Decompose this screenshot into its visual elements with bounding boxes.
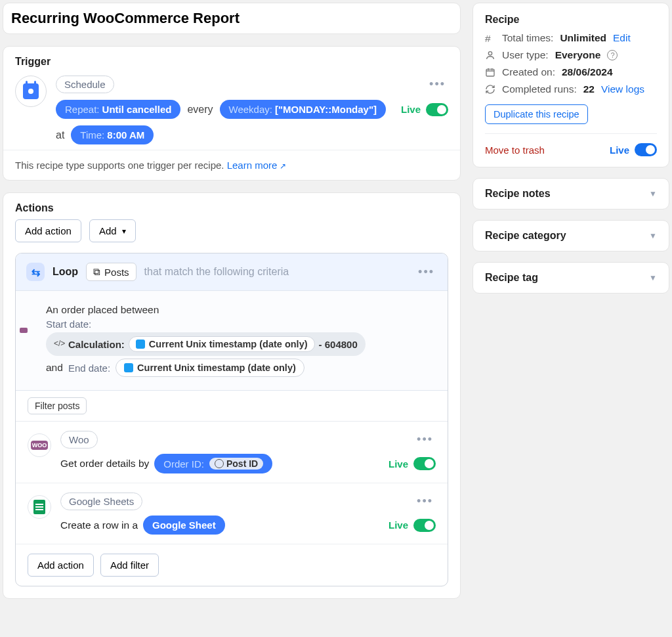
trigger-heading: Trigger xyxy=(3,47,460,73)
loop-header: ⇆ Loop ⧉ Posts that match the following … xyxy=(16,253,448,291)
posts-tag[interactable]: ⧉ Posts xyxy=(86,263,136,281)
woo-live-toggle[interactable] xyxy=(413,457,436,470)
trigger-more-icon[interactable]: ••• xyxy=(427,77,448,91)
loop-more-icon[interactable]: ••• xyxy=(415,265,437,279)
add-filter-button[interactable]: Add filter xyxy=(100,554,159,577)
recipe-sidebar-heading: Recipe xyxy=(485,14,657,26)
trigger-card: Trigger Schedule ••• Repeat: Until cance… xyxy=(3,46,461,181)
refresh-icon xyxy=(485,84,495,95)
copy-icon: ⧉ xyxy=(93,266,100,278)
recipe-meta-card: Recipe # Total times: Unlimited Edit Use… xyxy=(472,3,669,167)
layout: Trigger Schedule ••• Repeat: Until cance… xyxy=(0,0,672,611)
recipe-title-input[interactable] xyxy=(11,10,452,27)
loop-card: ⇆ Loop ⧉ Posts that match the following … xyxy=(15,253,448,586)
woo-tag[interactable]: Woo xyxy=(60,431,98,449)
add-action-button[interactable]: Add action xyxy=(15,219,81,242)
recipe-tag-panel[interactable]: Recipe tag▼ xyxy=(472,262,669,294)
code-icon: </> xyxy=(54,339,64,349)
schedule-icon-wrap xyxy=(15,76,47,107)
chevron-down-icon: ▼ xyxy=(649,231,657,240)
chevron-down-icon: ▼ xyxy=(649,273,657,282)
sheets-action: Google Sheets ••• Create a row in a Goog… xyxy=(16,483,448,544)
recipe-notes-panel[interactable]: Recipe notes▼ xyxy=(472,178,669,209)
title-card xyxy=(3,3,461,34)
created-row: Created on: 28/06/2024 xyxy=(485,66,657,78)
calendar-icon xyxy=(23,83,39,99)
trigger-live-wrap: Live xyxy=(401,103,448,116)
woo-action: WOO Woo ••• Get order details by Order I… xyxy=(16,422,448,483)
main-column: Trigger Schedule ••• Repeat: Until cance… xyxy=(3,3,461,611)
actions-body: Add action Add ⇆ Loop ⧉ Posts that match… xyxy=(3,219,460,598)
filter-posts-button[interactable]: Filter posts xyxy=(28,397,87,414)
token-icon xyxy=(124,363,133,372)
actions-heading: Actions xyxy=(3,193,460,219)
trigger-live-toggle[interactable] xyxy=(426,103,448,116)
move-to-trash-link[interactable]: Move to trash xyxy=(485,144,545,156)
learn-more-link[interactable]: Learn more xyxy=(227,160,286,171)
view-logs-link[interactable]: View logs xyxy=(601,83,644,95)
woo-more-icon[interactable]: ••• xyxy=(414,433,436,447)
woo-badge-icon xyxy=(20,328,28,333)
help-icon[interactable]: ? xyxy=(607,50,618,60)
recipe-meta-footer: Move to trash Live xyxy=(485,133,657,156)
post-id-chip: Post ID xyxy=(209,458,263,470)
sidebar: Recipe # Total times: Unlimited Edit Use… xyxy=(472,3,669,611)
sheets-icon xyxy=(28,495,51,519)
calendar-small-icon xyxy=(485,67,495,77)
loop-icon: ⇆ xyxy=(26,263,45,281)
sheets-tag[interactable]: Google Sheets xyxy=(60,493,142,510)
user-type-row: User type: Everyone ? xyxy=(485,49,657,61)
schedule-tag[interactable]: Schedule xyxy=(56,76,114,93)
trigger-footer: This recipe type supports one trigger pe… xyxy=(3,150,460,180)
add-button[interactable]: Add xyxy=(89,219,136,242)
add-action-button-inner[interactable]: Add action xyxy=(28,554,94,577)
trigger-content: Schedule ••• Repeat: Until cancelled eve… xyxy=(56,76,448,144)
edit-total-link[interactable]: Edit xyxy=(613,32,631,44)
calculation-chip[interactable]: </> Calculation: Current Unix timestamp … xyxy=(46,332,366,356)
sheets-more-icon[interactable]: ••• xyxy=(414,494,436,508)
order-id-pill[interactable]: Order ID: Post ID xyxy=(154,454,272,473)
time-pill[interactable]: Time: 8:00 AM xyxy=(71,125,154,144)
filter-posts-row: Filter posts xyxy=(16,391,448,422)
recipe-live-toggle[interactable] xyxy=(635,143,657,156)
timestamp-token[interactable]: Current Unix timestamp (date only) xyxy=(129,336,315,352)
token-icon xyxy=(136,340,145,349)
loop-label: Loop xyxy=(52,266,78,278)
svg-rect-1 xyxy=(486,69,494,76)
weekday-pill[interactable]: Weekday: ["MONDAY::Monday"] xyxy=(220,100,386,119)
duplicate-button[interactable]: Duplicate this recipe xyxy=(485,104,588,124)
loop-footer: Add action Add filter xyxy=(16,544,448,586)
at-word: at xyxy=(56,129,64,141)
match-criteria-text: that match the following criteria xyxy=(144,266,289,278)
runs-row: Completed runs: 22 View logs xyxy=(485,83,657,95)
end-date-label: End date: xyxy=(68,362,110,374)
google-sheet-pill[interactable]: Google Sheet xyxy=(143,516,225,535)
user-icon xyxy=(485,50,495,60)
recipe-category-panel[interactable]: Recipe category▼ xyxy=(472,220,669,252)
chevron-down-icon: ▼ xyxy=(649,189,657,198)
end-timestamp-token[interactable]: Current Unix timestamp (date only) xyxy=(116,359,304,377)
start-date-label: Start date: xyxy=(46,318,91,330)
loop-criteria: An order placed between Start date: </> … xyxy=(16,291,448,391)
link-icon xyxy=(215,459,224,468)
actions-card: Actions Add action Add ⇆ Loop ⧉ Posts th… xyxy=(3,192,461,599)
sheets-live-toggle[interactable] xyxy=(413,519,436,532)
repeat-pill[interactable]: Repeat: Until cancelled xyxy=(56,100,180,119)
total-times-row: # Total times: Unlimited Edit xyxy=(485,32,657,44)
svg-point-0 xyxy=(488,52,492,55)
hash-icon: # xyxy=(485,33,495,43)
woo-icon: WOO xyxy=(28,433,51,457)
every-word: every xyxy=(187,104,213,116)
trigger-body: Schedule ••• Repeat: Until cancelled eve… xyxy=(3,73,460,150)
